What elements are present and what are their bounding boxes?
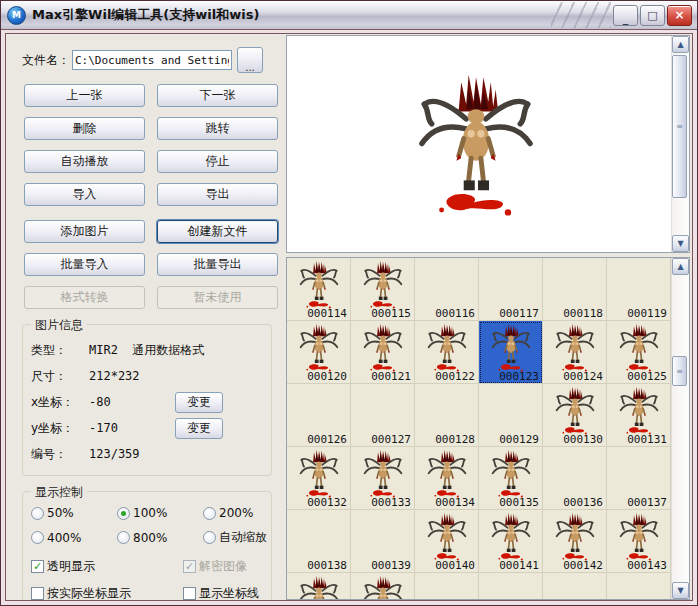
thumbnail-cell[interactable]: 000117	[479, 258, 543, 321]
thumbnail-cell[interactable]: 000137	[607, 447, 671, 510]
radio-icon[interactable]	[117, 507, 130, 520]
radio-zoom-auto[interactable]: 自动缩放	[203, 529, 267, 546]
radio-label: 400%	[47, 531, 81, 545]
browse-button[interactable]: ...	[237, 47, 263, 73]
stop-button[interactable]: 停止	[157, 150, 278, 173]
radio-icon[interactable]	[31, 507, 44, 520]
radio-icon[interactable]	[31, 531, 44, 544]
thumbnail-cell[interactable]: 000129	[479, 384, 543, 447]
import-button[interactable]: 导入	[24, 183, 145, 206]
thumbnail-cell[interactable]: 000114	[287, 258, 351, 321]
thumbnail-cell[interactable]	[479, 573, 543, 599]
file-path-input[interactable]	[72, 50, 232, 70]
create-new-file-button[interactable]: 创建新文件	[157, 220, 278, 243]
thumbnail-cell-selected[interactable]: 000123	[479, 321, 543, 384]
change-y-button[interactable]: 变更	[175, 418, 223, 439]
thumbnail-cell[interactable]: 000138	[287, 510, 351, 573]
preview-scrollbar[interactable]: ▲ ≡ ▼	[671, 36, 689, 252]
thumbnail-cell[interactable]: 000128	[415, 384, 479, 447]
thumbnail-cell[interactable]: 000133	[351, 447, 415, 510]
thumbnail-cell[interactable]: 000140	[415, 510, 479, 573]
grid-scroll-thumb[interactable]: ≡	[672, 356, 687, 386]
thumbnail-cell[interactable]: 000125	[607, 321, 671, 384]
radio-zoom-50[interactable]: 50%	[31, 506, 117, 520]
preview-scroll-track[interactable]: ≡	[672, 53, 689, 235]
change-x-button[interactable]: 变更	[175, 392, 223, 413]
grid-scroll-track[interactable]: ≡	[672, 275, 689, 582]
thumbnail-cell[interactable]: 000132	[287, 447, 351, 510]
checkbox-decrypt-image: 解密图像	[183, 558, 263, 575]
thumbnail-cell[interactable]: 000119	[607, 258, 671, 321]
thumbnail-cell[interactable]: 000116	[415, 258, 479, 321]
minimize-button[interactable]: _	[613, 5, 638, 26]
thumbnail-cell[interactable]	[351, 573, 415, 599]
prev-button[interactable]: 上一张	[24, 84, 145, 107]
thumbnail-cell[interactable]: 000135	[479, 447, 543, 510]
checkbox-icon[interactable]	[31, 560, 44, 573]
thumbnail-cell[interactable]: 000142	[543, 510, 607, 573]
type-label: 类型：	[31, 342, 89, 359]
thumbnail-number: 000124	[563, 370, 603, 383]
radio-zoom-400[interactable]: 400%	[31, 529, 117, 546]
image-info-group: 图片信息 类型： MIR2 通用数据格式 尺寸： 212*232 x坐标： -8…	[22, 324, 272, 476]
radio-icon[interactable]	[203, 531, 216, 544]
titlebar-stripes	[551, 2, 611, 28]
thumbnail-cell[interactable]: 000143	[607, 510, 671, 573]
thumbnail-cell[interactable]	[415, 573, 479, 599]
checkbox-icon[interactable]	[183, 587, 196, 600]
thumbnail-cell[interactable]: 000124	[543, 321, 607, 384]
preview-scroll-thumb[interactable]: ≡	[672, 55, 687, 198]
jump-button[interactable]: 跳转	[157, 117, 278, 140]
scroll-up-icon[interactable]: ▲	[672, 258, 689, 275]
maximize-icon: □	[647, 10, 657, 21]
x-coord-label: x坐标：	[31, 394, 89, 411]
thumbnail-cell[interactable]	[543, 573, 607, 599]
thumbnail-sprite-image	[361, 260, 405, 310]
radio-zoom-100[interactable]: 100%	[117, 506, 203, 520]
delete-button[interactable]: 删除	[24, 117, 145, 140]
add-image-button[interactable]: 添加图片	[24, 220, 145, 243]
maximize-button[interactable]: □	[640, 5, 665, 26]
thumbnail-cell[interactable]	[607, 573, 671, 599]
export-button[interactable]: 导出	[157, 183, 278, 206]
thumbnail-cell[interactable]: 000127	[351, 384, 415, 447]
thumbnail-cell[interactable]: 000131	[607, 384, 671, 447]
scroll-up-icon[interactable]: ▲	[672, 36, 689, 53]
thumbnail-sprite-image	[489, 449, 533, 499]
checkbox-show-coordinate-lines[interactable]: 显示坐标线	[183, 585, 263, 601]
thumbnail-cell[interactable]: 000134	[415, 447, 479, 510]
batch-export-button[interactable]: 批量导出	[157, 253, 278, 276]
radio-icon[interactable]	[203, 507, 216, 520]
thumbnail-cell[interactable]: 000120	[287, 321, 351, 384]
thumbnail-cell[interactable]: 000126	[287, 384, 351, 447]
thumbnail-cell[interactable]	[287, 573, 351, 599]
file-name-row: 文件名： ...	[22, 47, 284, 73]
thumbnail-cell[interactable]: 000121	[351, 321, 415, 384]
thumbnail-cell[interactable]: 000141	[479, 510, 543, 573]
thumbnail-cell[interactable]: 000118	[543, 258, 607, 321]
thumbnail-sprite-image	[361, 575, 405, 599]
thumbnail-cell[interactable]: 000136	[543, 447, 607, 510]
autoplay-button[interactable]: 自动播放	[24, 150, 145, 173]
thumbnail-cell[interactable]: 000130	[543, 384, 607, 447]
radio-icon[interactable]	[117, 531, 130, 544]
checkbox-actual-coordinate-display[interactable]: 按实际坐标显示	[31, 585, 183, 601]
thumbnail-number: 000139	[371, 559, 411, 572]
batch-import-button[interactable]: 批量导入	[24, 253, 145, 276]
checkbox-label: 按实际坐标显示	[47, 585, 131, 601]
next-button[interactable]: 下一张	[157, 84, 278, 107]
close-button[interactable]: ×	[667, 5, 692, 26]
checkbox-transparent-display[interactable]: 透明显示	[31, 558, 183, 575]
checkbox-icon[interactable]	[31, 587, 44, 600]
scroll-down-icon[interactable]: ▼	[672, 235, 689, 252]
thumbnail-number: 000120	[307, 370, 347, 383]
radio-zoom-800[interactable]: 800%	[117, 529, 203, 546]
control-panel: 文件名： ... 上一张下一张删除跳转自动播放停止导入导出添加图片创建新文件批量…	[6, 34, 284, 600]
thumbnail-cell[interactable]: 000139	[351, 510, 415, 573]
grid-scrollbar[interactable]: ▲ ≡ ▼	[671, 258, 689, 599]
thumbnail-cell[interactable]: 000122	[415, 321, 479, 384]
scroll-down-icon[interactable]: ▼	[672, 582, 689, 599]
radio-zoom-200[interactable]: 200%	[203, 506, 267, 520]
thumbnail-cell[interactable]: 000115	[351, 258, 415, 321]
radio-label: 100%	[133, 506, 167, 520]
